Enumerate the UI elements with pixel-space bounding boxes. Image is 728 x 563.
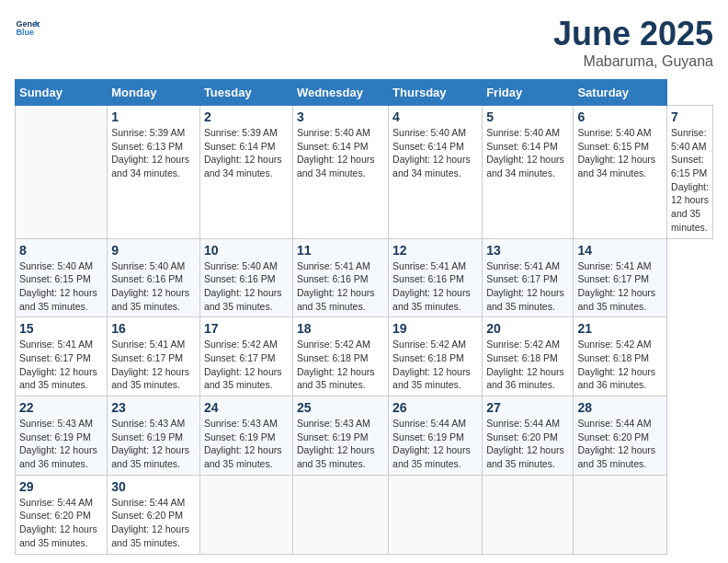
calendar-cell: 9 Sunrise: 5:40 AM Sunset: 6:16 PM Dayli… — [108, 238, 200, 317]
calendar-cell: 16 Sunrise: 5:41 AM Sunset: 6:17 PM Dayl… — [108, 317, 200, 396]
sunset-time: Sunset: 6:17 PM — [486, 273, 558, 284]
calendar-cell: 4 Sunrise: 5:40 AM Sunset: 6:14 PM Dayli… — [389, 106, 483, 239]
day-info: Sunrise: 5:42 AM Sunset: 6:18 PM Dayligh… — [486, 338, 569, 392]
calendar-cell: 1 Sunrise: 5:39 AM Sunset: 6:13 PM Dayli… — [108, 106, 200, 239]
day-number: 16 — [111, 321, 196, 336]
day-of-week-header: Wednesday — [292, 80, 388, 106]
daylight-hours: Daylight: 12 hours and 35 minutes. — [111, 444, 189, 469]
day-number: 3 — [297, 109, 384, 124]
sunset-time: Sunset: 6:20 PM — [486, 431, 558, 442]
calendar-cell: 27 Sunrise: 5:44 AM Sunset: 6:20 PM Dayl… — [483, 396, 574, 476]
sunset-time: Sunset: 6:14 PM — [392, 141, 464, 152]
sunset-time: Sunset: 6:19 PM — [392, 431, 464, 442]
daylight-hours: Daylight: 12 hours and 35 minutes. — [577, 287, 655, 312]
day-number: 11 — [297, 243, 384, 258]
sunrise-time: Sunrise: 5:44 AM — [486, 418, 560, 429]
calendar-cell: 6 Sunrise: 5:40 AM Sunset: 6:15 PM Dayli… — [574, 106, 667, 239]
day-info: Sunrise: 5:42 AM Sunset: 6:18 PM Dayligh… — [297, 338, 384, 392]
sunset-time: Sunset: 6:15 PM — [577, 141, 649, 152]
day-number: 27 — [486, 400, 569, 415]
calendar-cell: 22 Sunrise: 5:43 AM Sunset: 6:19 PM Dayl… — [16, 396, 108, 476]
day-number: 1 — [111, 109, 196, 124]
day-number: 9 — [111, 243, 196, 258]
day-number: 7 — [671, 109, 709, 124]
sunset-time: Sunset: 6:17 PM — [204, 352, 276, 363]
daylight-hours: Daylight: 12 hours and 35 minutes. — [297, 444, 375, 469]
daylight-hours: Daylight: 12 hours and 35 minutes. — [577, 444, 655, 469]
calendar-cell: 2 Sunrise: 5:39 AM Sunset: 6:14 PM Dayli… — [199, 106, 292, 239]
day-number: 24 — [204, 400, 289, 415]
day-info: Sunrise: 5:43 AM Sunset: 6:19 PM Dayligh… — [204, 417, 289, 471]
daylight-hours: Daylight: 12 hours and 35 minutes. — [671, 181, 709, 233]
daylight-hours: Daylight: 12 hours and 35 minutes. — [297, 366, 375, 391]
calendar-cell: 5 Sunrise: 5:40 AM Sunset: 6:14 PM Dayli… — [483, 106, 574, 239]
calendar-cell: 3 Sunrise: 5:40 AM Sunset: 6:14 PM Dayli… — [292, 106, 388, 239]
sunrise-time: Sunrise: 5:44 AM — [577, 418, 651, 429]
sunrise-time: Sunrise: 5:40 AM — [577, 127, 651, 138]
day-info: Sunrise: 5:40 AM Sunset: 6:14 PM Dayligh… — [297, 126, 384, 180]
day-of-week-header: Sunday — [16, 80, 108, 106]
sunset-time: Sunset: 6:19 PM — [297, 431, 369, 442]
sunset-time: Sunset: 6:19 PM — [204, 431, 276, 442]
sunrise-time: Sunrise: 5:39 AM — [204, 127, 278, 138]
calendar-cell: 14 Sunrise: 5:41 AM Sunset: 6:17 PM Dayl… — [574, 238, 667, 317]
calendar-header-row: SundayMondayTuesdayWednesdayThursdayFrid… — [16, 80, 713, 106]
sunrise-time: Sunrise: 5:41 AM — [486, 260, 560, 271]
sunset-time: Sunset: 6:14 PM — [486, 141, 558, 152]
day-info: Sunrise: 5:41 AM Sunset: 6:16 PM Dayligh… — [392, 259, 478, 314]
day-number: 21 — [577, 321, 663, 336]
day-info: Sunrise: 5:41 AM Sunset: 6:17 PM Dayligh… — [19, 338, 103, 392]
day-number: 28 — [577, 400, 663, 415]
calendar-cell: 24 Sunrise: 5:43 AM Sunset: 6:19 PM Dayl… — [199, 396, 292, 476]
calendar-cell: 7 Sunrise: 5:40 AM Sunset: 6:15 PM Dayli… — [667, 106, 713, 239]
day-info: Sunrise: 5:44 AM Sunset: 6:20 PM Dayligh… — [111, 496, 196, 550]
day-info: Sunrise: 5:41 AM Sunset: 6:17 PM Dayligh… — [111, 338, 196, 392]
day-info: Sunrise: 5:40 AM Sunset: 6:14 PM Dayligh… — [392, 126, 478, 180]
sunrise-time: Sunrise: 5:43 AM — [111, 418, 185, 429]
day-number: 8 — [19, 243, 103, 258]
calendar-cell: 13 Sunrise: 5:41 AM Sunset: 6:17 PM Dayl… — [483, 238, 574, 317]
day-number: 12 — [392, 243, 478, 258]
day-number: 22 — [19, 400, 103, 415]
daylight-hours: Daylight: 12 hours and 35 minutes. — [204, 287, 282, 312]
day-info: Sunrise: 5:43 AM Sunset: 6:19 PM Dayligh… — [297, 417, 384, 471]
calendar-table: SundayMondayTuesdayWednesdayThursdayFrid… — [15, 79, 713, 555]
day-of-week-header: Thursday — [389, 80, 483, 106]
logo-icon: General Blue — [15, 15, 40, 40]
sunset-time: Sunset: 6:15 PM — [19, 273, 91, 284]
daylight-hours: Daylight: 12 hours and 35 minutes. — [19, 523, 97, 548]
sunset-time: Sunset: 6:20 PM — [111, 510, 183, 521]
sunrise-time: Sunrise: 5:43 AM — [204, 418, 278, 429]
sunrise-time: Sunrise: 5:44 AM — [392, 418, 466, 429]
sunrise-time: Sunrise: 5:40 AM — [204, 260, 278, 271]
calendar-cell: 10 Sunrise: 5:40 AM Sunset: 6:16 PM Dayl… — [199, 238, 292, 317]
sunset-time: Sunset: 6:16 PM — [297, 273, 369, 284]
calendar-cell: 15 Sunrise: 5:41 AM Sunset: 6:17 PM Dayl… — [16, 317, 108, 396]
day-info: Sunrise: 5:43 AM Sunset: 6:19 PM Dayligh… — [19, 417, 103, 471]
day-info: Sunrise: 5:41 AM Sunset: 6:17 PM Dayligh… — [486, 259, 569, 314]
calendar-cell: 30 Sunrise: 5:44 AM Sunset: 6:20 PM Dayl… — [108, 475, 200, 554]
sunset-time: Sunset: 6:19 PM — [111, 431, 183, 442]
sunset-time: Sunset: 6:20 PM — [577, 431, 649, 442]
sunset-time: Sunset: 6:15 PM — [671, 154, 707, 178]
daylight-hours: Daylight: 12 hours and 35 minutes. — [204, 366, 282, 391]
sunset-time: Sunset: 6:16 PM — [111, 273, 183, 284]
day-number: 5 — [486, 109, 569, 124]
daylight-hours: Daylight: 12 hours and 35 minutes. — [486, 287, 564, 312]
day-number: 4 — [392, 109, 478, 124]
sunrise-time: Sunrise: 5:44 AM — [111, 497, 185, 508]
calendar-cell — [483, 475, 574, 554]
day-of-week-header: Friday — [483, 80, 574, 106]
sunrise-time: Sunrise: 5:44 AM — [19, 497, 93, 508]
day-info: Sunrise: 5:43 AM Sunset: 6:19 PM Dayligh… — [111, 417, 196, 471]
sunrise-time: Sunrise: 5:42 AM — [577, 339, 651, 350]
sunset-time: Sunset: 6:13 PM — [111, 141, 183, 152]
daylight-hours: Daylight: 12 hours and 35 minutes. — [19, 287, 97, 312]
calendar-cell — [292, 475, 388, 554]
calendar-cell: 11 Sunrise: 5:41 AM Sunset: 6:16 PM Dayl… — [292, 238, 388, 317]
sunrise-time: Sunrise: 5:43 AM — [19, 418, 93, 429]
day-info: Sunrise: 5:44 AM Sunset: 6:20 PM Dayligh… — [486, 417, 569, 471]
sunrise-time: Sunrise: 5:39 AM — [111, 127, 185, 138]
day-number: 6 — [577, 109, 663, 124]
sunrise-time: Sunrise: 5:40 AM — [19, 260, 93, 271]
